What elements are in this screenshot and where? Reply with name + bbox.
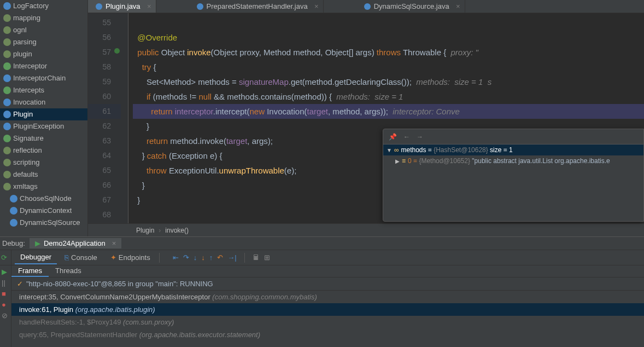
tree-item-dynamicsqlsource[interactable]: DynamicSqlSource xyxy=(0,217,87,229)
tree-item-plugin[interactable]: plugin xyxy=(0,48,87,60)
close-icon[interactable]: × xyxy=(112,239,116,247)
debug-step-toolbar: ⇤ ↷ ↓ ↓ ↑ ↶ →| 🖩 ⊞ xyxy=(163,253,270,263)
resume-icon[interactable]: ▶ xyxy=(2,268,9,275)
editor-tab[interactable]: PreparedStatementHandler.java× xyxy=(189,0,324,13)
tree-item-xmltags[interactable]: xmltags xyxy=(0,181,87,193)
step-out-icon[interactable]: ↑ xyxy=(209,253,213,262)
pin-icon[interactable]: 📌 xyxy=(389,133,397,141)
step-over-icon[interactable]: ↷ xyxy=(183,253,189,262)
project-tree[interactable]: LogFactorymappingognlparsingpluginInterc… xyxy=(0,0,88,236)
code-line[interactable]: public Object invoke(Object proxy, Metho… xyxy=(133,45,644,60)
run-to-cursor-icon[interactable]: →| xyxy=(227,253,236,262)
tab-label: PreparedStatementHandler.java xyxy=(207,2,308,10)
code-line[interactable]: try { xyxy=(133,60,644,74)
tree-item-ognl[interactable]: ognl xyxy=(0,24,87,36)
tree-item-intercepts[interactable]: Intercepts xyxy=(0,84,87,96)
endpoints-icon: ✦ xyxy=(110,253,116,262)
tree-item-defaults[interactable]: defaults xyxy=(0,169,87,181)
stop-icon[interactable]: ■ xyxy=(2,290,9,297)
line-number[interactable]: 63 xyxy=(88,134,121,148)
tree-item-interceptorchain[interactable]: InterceptorChain xyxy=(0,72,87,84)
tree-item-scripting[interactable]: scripting xyxy=(0,157,87,169)
line-number[interactable]: 59 xyxy=(88,74,121,89)
line-number[interactable]: 62 xyxy=(88,119,121,134)
frame-package: (com.shopping.common.mybatis) xyxy=(212,293,317,301)
thread-selector[interactable]: ✓ "http-nio-8080-exec-10"@8,865 in group… xyxy=(11,277,644,291)
debug-tab-endpoints[interactable]: ✦Endpoints xyxy=(105,251,156,264)
view-breakpoints-icon[interactable]: ● xyxy=(2,300,9,308)
close-icon[interactable]: × xyxy=(456,2,460,10)
code-line[interactable]: Set<Method> methods = signatureMap.get(m… xyxy=(133,74,644,89)
debug-config-tab[interactable]: ▶ Demo24Application × xyxy=(30,238,121,248)
back-icon[interactable]: ← xyxy=(403,133,410,141)
editor-tab[interactable]: DynamicSqlSource.java× xyxy=(356,0,465,13)
var-row-element[interactable]: ▶ ≡ 0 = {Method@10652} "public abstract … xyxy=(383,155,643,166)
var-row-methods[interactable]: ▼ ∞ methods = {HashSet@10628} size = 1 xyxy=(383,144,643,155)
step-into-icon[interactable]: ↓ xyxy=(194,253,197,262)
line-number[interactable]: 56 xyxy=(88,30,121,45)
close-icon[interactable]: × xyxy=(147,2,151,10)
tree-item-parsing[interactable]: parsing xyxy=(0,36,87,48)
debug-panel[interactable]: Debug: ▶ Demo24Application × ⟳ Debugger⎘… xyxy=(0,236,644,347)
breadcrumb-class[interactable]: Plugin xyxy=(136,227,154,234)
forward-icon[interactable]: → xyxy=(417,133,423,141)
evaluate-icon[interactable]: 🖩 xyxy=(253,253,260,262)
variables-tooltip[interactable]: 📌 ← → ▼ ∞ methods = {HashSet@10628} size… xyxy=(383,129,644,222)
show-execution-icon[interactable]: ⇤ xyxy=(173,253,179,262)
tree-item-reflection[interactable]: reflection xyxy=(0,144,87,157)
pkg-icon xyxy=(3,147,11,154)
line-number[interactable]: 58 xyxy=(88,60,121,74)
frames-subtab-frames[interactable]: Frames xyxy=(11,265,49,277)
line-number[interactable]: 66 xyxy=(88,178,121,193)
tree-item-signature[interactable]: Signature xyxy=(0,132,87,144)
close-icon[interactable]: × xyxy=(314,2,319,10)
stack-frame[interactable]: handleResultSets:-1, $Proxy149 (com.sun.… xyxy=(11,316,644,328)
override-gutter-icon[interactable] xyxy=(114,48,120,54)
force-step-into-icon[interactable]: ↓ xyxy=(201,253,205,262)
tree-item-pluginexception[interactable]: PluginException xyxy=(0,120,87,132)
rerun-icon[interactable]: ⟳ xyxy=(1,253,10,262)
tree-item-label: ChooseSqlNode xyxy=(20,194,72,204)
frames-subtab-threads[interactable]: Threads xyxy=(49,265,88,277)
iface-icon xyxy=(3,62,11,70)
breadcrumb[interactable]: Plugin › invoke() xyxy=(88,223,644,236)
fold-column[interactable] xyxy=(121,13,128,223)
tree-item-interceptor[interactable]: Interceptor xyxy=(0,60,87,72)
line-number[interactable]: 64 xyxy=(88,148,121,163)
stack-frame[interactable]: intercept:35, ConvertColumnName2UpperMyb… xyxy=(11,291,644,303)
line-number[interactable]: 60 xyxy=(88,89,121,104)
trace-icon[interactable]: ⊞ xyxy=(264,253,270,262)
mute-breakpoints-icon[interactable]: ⊘ xyxy=(2,311,9,319)
debug-tab-debugger[interactable]: Debugger xyxy=(15,251,57,264)
line-number[interactable]: 57 xyxy=(88,45,121,60)
pkg-icon xyxy=(3,183,11,190)
pause-icon[interactable]: || xyxy=(2,279,9,286)
tree-item-plugin[interactable]: Plugin xyxy=(0,108,87,120)
stack-frame[interactable]: invoke:61, Plugin (org.apache.ibatis.plu… xyxy=(11,303,644,316)
stack-frame[interactable]: query:65, PreparedStatementHandler (org.… xyxy=(11,328,644,341)
line-number[interactable]: 68 xyxy=(88,207,121,222)
tree-item-mapping[interactable]: mapping xyxy=(0,12,87,24)
tree-item-logfactory[interactable]: LogFactory xyxy=(0,0,87,12)
line-number[interactable]: 67 xyxy=(88,193,121,207)
code-line[interactable] xyxy=(133,15,644,30)
drop-frame-icon[interactable]: ↶ xyxy=(217,253,223,262)
code-line[interactable]: if (methods != null && methods.contains(… xyxy=(133,89,644,104)
expand-icon[interactable]: ▶ xyxy=(395,158,400,164)
code-line[interactable]: @Override xyxy=(133,30,644,45)
debug-tab-console[interactable]: ⎘Console xyxy=(59,251,103,264)
tree-item-label: plugin xyxy=(13,49,32,59)
tree-item-dynamiccontext[interactable]: DynamicContext xyxy=(0,205,87,217)
expand-icon[interactable]: ▼ xyxy=(387,147,392,153)
line-number[interactable]: 55 xyxy=(88,15,121,30)
editor-tab[interactable]: Plugin.java× xyxy=(88,0,156,13)
line-number[interactable]: 65 xyxy=(88,163,121,178)
breadcrumb-method[interactable]: invoke() xyxy=(165,227,189,234)
line-number[interactable]: 61 xyxy=(88,104,121,119)
code-line[interactable]: return interceptor.intercept(new Invocat… xyxy=(133,104,644,119)
tree-item-label: DynamicContext xyxy=(20,206,72,216)
frame-location: invoke:61, Plugin xyxy=(19,305,75,314)
tree-item-invocation[interactable]: Invocation xyxy=(0,96,87,108)
tree-item-choosesqlnode[interactable]: ChooseSqlNode xyxy=(0,193,87,205)
java-file-icon xyxy=(197,3,203,10)
